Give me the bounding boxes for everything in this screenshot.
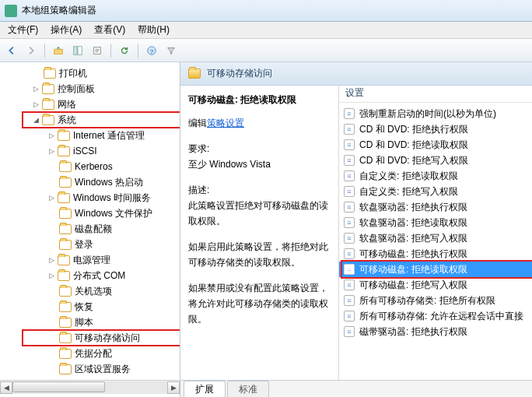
- tree-node-power[interactable]: ▷电源管理: [0, 252, 180, 268]
- scroll-track[interactable]: [12, 381, 167, 394]
- tree-node-win-fileprotect[interactable]: Windows 文件保护: [0, 206, 180, 221]
- list-item-selected[interactable]: 可移动磁盘: 拒绝读取权限: [339, 262, 532, 277]
- svg-rect-2: [78, 46, 82, 54]
- tree-node-recovery[interactable]: 恢复: [0, 299, 180, 314]
- expander-icon[interactable]: ▷: [47, 131, 56, 140]
- menu-file[interactable]: 文件(F): [3, 22, 43, 38]
- tree-node-control-panel[interactable]: ▷控制面板: [0, 81, 180, 97]
- policy-icon: [344, 186, 355, 197]
- app-icon: [5, 5, 17, 17]
- policy-icon: [344, 217, 355, 228]
- list-item[interactable]: 磁带驱动器: 拒绝执行权限: [339, 324, 532, 339]
- list-item[interactable]: 可移动磁盘: 拒绝执行权限: [339, 246, 532, 262]
- policy-icon: [344, 155, 355, 166]
- scroll-right-button[interactable]: ▶: [167, 381, 180, 394]
- up-button[interactable]: [50, 42, 67, 59]
- list-item[interactable]: 可移动磁盘: 拒绝写入权限: [339, 277, 532, 293]
- expander-icon[interactable]: ▷: [47, 255, 56, 265]
- folder-icon: [42, 100, 54, 110]
- tree-node-internet-comm[interactable]: ▷Internet 通信管理: [0, 128, 180, 143]
- tree-node-shutdown[interactable]: 关机选项: [0, 283, 180, 299]
- list-item[interactable]: 所有可移动存储: 允许在远程会话中直接: [339, 308, 532, 324]
- menu-view[interactable]: 查看(V): [89, 22, 130, 38]
- folder-icon: [59, 318, 72, 328]
- back-button[interactable]: [3, 42, 20, 59]
- toolbar-separator: [44, 44, 45, 58]
- folder-icon: [58, 131, 70, 141]
- description-para2: 如果禁用或没有配置此策略设置，将允许对此可移动存储类的读取权限。: [188, 280, 331, 328]
- list-column-header[interactable]: 设置: [339, 86, 532, 103]
- description-para1: 如果启用此策略设置，将拒绝对此可移动存储类的读取权限。: [188, 239, 331, 271]
- tree-node-win-hotstart[interactable]: Windows 热启动: [0, 174, 180, 190]
- folder-icon: [59, 240, 72, 250]
- window-title: 本地组策略编辑器: [22, 4, 96, 17]
- forward-button[interactable]: [23, 42, 40, 59]
- list-item[interactable]: CD 和 DVD: 拒绝读取权限: [339, 137, 532, 153]
- folder-icon: [58, 193, 70, 203]
- svg-rect-1: [74, 46, 77, 54]
- policy-icon: [344, 124, 355, 135]
- policy-icon: [344, 139, 355, 150]
- scroll-left-button[interactable]: ◀: [0, 381, 12, 394]
- tree-node-diskquota[interactable]: 磁盘配额: [0, 221, 180, 237]
- main-area: 打印机 ▷控制面板 ▷网络 ◢系统 ▷Internet 通信管理 ▷iSCSI …: [0, 62, 532, 397]
- refresh-button[interactable]: [116, 42, 133, 59]
- expander-icon[interactable]: ▷: [31, 100, 40, 109]
- edit-policy-link[interactable]: 策略设置: [207, 118, 244, 128]
- policy-icon: [344, 279, 355, 290]
- tree-node-printers[interactable]: 打印机: [0, 65, 180, 81]
- toolbar-separator: [138, 44, 138, 58]
- list-item[interactable]: 软盘驱动器: 拒绝写入权限: [339, 230, 532, 246]
- tab-standard[interactable]: 标准: [227, 381, 269, 397]
- tree-node-locale[interactable]: 区域设置服务: [0, 361, 180, 377]
- tree-node-cred-delegation[interactable]: 凭据分配: [0, 346, 180, 361]
- tree-node-iscsi[interactable]: ▷iSCSI: [0, 143, 180, 159]
- folder-icon: [58, 146, 70, 156]
- policy-icon: [344, 202, 355, 213]
- tree-node-removable-storage[interactable]: 可移动存储访问: [0, 330, 180, 346]
- list-item[interactable]: CD 和 DVD: 拒绝写入权限: [339, 153, 532, 168]
- tree-node-logon[interactable]: 登录: [0, 237, 180, 252]
- list-item[interactable]: 所有可移动存储类: 拒绝所有权限: [339, 293, 532, 308]
- tree-node-system[interactable]: ◢系统: [0, 112, 180, 128]
- tab-extended[interactable]: 扩展: [184, 381, 226, 397]
- tree-node-network[interactable]: ▷网络: [0, 97, 180, 112]
- folder-icon: [59, 177, 72, 188]
- folder-icon: [59, 209, 72, 219]
- tree-node-scripts[interactable]: 脚本: [0, 314, 180, 330]
- content-header-title: 可移动存储访问: [207, 67, 272, 80]
- expander-icon[interactable]: ▷: [47, 193, 56, 202]
- description-value: 此策略设置拒绝对可移动磁盘的读取权限。: [188, 198, 331, 230]
- menubar: 文件(F) 操作(A) 查看(V) 帮助(H): [0, 22, 532, 39]
- help-button[interactable]: ?: [143, 42, 160, 59]
- expander-icon[interactable]: ▷: [47, 146, 56, 156]
- list-item[interactable]: CD 和 DVD: 拒绝执行权限: [339, 121, 532, 137]
- expander-icon[interactable]: ▷: [31, 84, 40, 93]
- folder-icon: [42, 115, 54, 125]
- menu-action[interactable]: 操作(A): [46, 22, 86, 38]
- show-hide-tree-button[interactable]: [69, 42, 86, 59]
- tree-node-win-time[interactable]: ▷Windows 时间服务: [0, 190, 180, 206]
- policy-list-pane[interactable]: 设置 强制重新启动的时间(以秒为单位) CD 和 DVD: 拒绝执行权限 CD …: [339, 86, 532, 380]
- content-header: 可移动存储访问: [180, 62, 532, 86]
- folder-icon: [59, 333, 72, 343]
- expander-icon[interactable]: ▷: [47, 271, 56, 280]
- toolbar-separator: [110, 44, 111, 58]
- list-item[interactable]: 软盘驱动器: 拒绝执行权限: [339, 199, 532, 215]
- filter-button[interactable]: [163, 42, 180, 59]
- export-button[interactable]: [89, 42, 106, 59]
- expander-icon[interactable]: ◢: [31, 115, 40, 125]
- scroll-thumb[interactable]: [12, 381, 105, 392]
- tree-node-kerberos[interactable]: Kerberos: [0, 159, 180, 174]
- list-item[interactable]: 强制重新启动的时间(以秒为单位): [339, 106, 532, 121]
- folder-icon: [188, 69, 201, 79]
- tree-hscrollbar[interactable]: ◀ ▶: [0, 380, 180, 394]
- policy-icon: [344, 233, 355, 244]
- svg-rect-0: [54, 49, 63, 54]
- menu-help[interactable]: 帮助(H): [133, 22, 174, 38]
- list-item[interactable]: 软盘驱动器: 拒绝读取权限: [339, 215, 532, 230]
- tree-pane[interactable]: 打印机 ▷控制面板 ▷网络 ◢系统 ▷Internet 通信管理 ▷iSCSI …: [0, 62, 180, 397]
- list-item[interactable]: 自定义类: 拒绝写入权限: [339, 184, 532, 199]
- tree-node-dcom[interactable]: ▷分布式 COM: [0, 268, 180, 283]
- list-item[interactable]: 自定义类: 拒绝读取权限: [339, 168, 532, 184]
